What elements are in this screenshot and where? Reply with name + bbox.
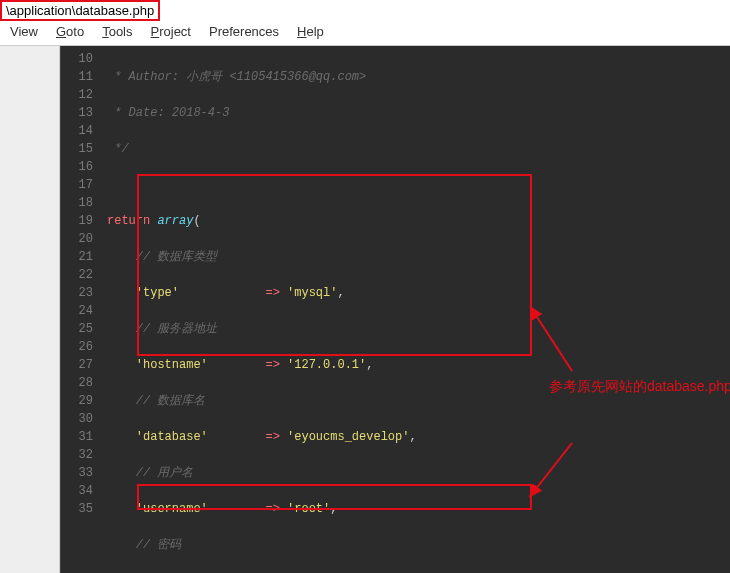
comment: */ <box>107 142 129 156</box>
key-type: 'type' <box>136 286 179 300</box>
comment: // 用户名 <box>107 466 193 480</box>
comment: // 服务器地址 <box>107 322 217 336</box>
sidebar <box>0 46 60 573</box>
keyword-return: return <box>107 214 150 228</box>
menu-project[interactable]: Project <box>151 24 191 39</box>
comment: // 数据库类型 <box>107 250 217 264</box>
menubar: View Goto Tools Project Preferences Help <box>0 18 730 45</box>
key-username: 'username' <box>136 502 208 516</box>
line-gutter: 101112 131415 161718 192021 222324 25262… <box>61 46 107 573</box>
window-title-path: \application\database.php <box>0 0 160 21</box>
val-username: 'root' <box>287 502 330 516</box>
annotation-text: 参考原先网站的database.php文件，对应修改这些地方成你空间的数据库连接… <box>549 376 730 396</box>
key-hostname: 'hostname' <box>136 358 208 372</box>
code-content[interactable]: * Author: 小虎哥 <1105415366@qq.com> * Date… <box>107 46 730 573</box>
fn-array: array <box>157 214 193 228</box>
menu-preferences[interactable]: Preferences <box>209 24 279 39</box>
editor-area: ◀ ▶ Index.php — wwwtest\.. Service.php f… <box>60 46 730 573</box>
code-pane: 101112 131415 161718 192021 222324 25262… <box>60 46 730 573</box>
menu-view[interactable]: View <box>10 24 38 39</box>
menu-goto[interactable]: Goto <box>56 24 84 39</box>
menu-tools[interactable]: Tools <box>102 24 132 39</box>
comment: // 密码 <box>107 538 181 552</box>
val-type: 'mysql' <box>287 286 337 300</box>
key-database: 'database' <box>136 430 208 444</box>
comment: // 数据库名 <box>107 394 205 408</box>
val-database: 'eyoucms_develop' <box>287 430 409 444</box>
menu-help[interactable]: Help <box>297 24 324 39</box>
workspace: ◀ ▶ Index.php — wwwtest\.. Service.php f… <box>0 45 730 573</box>
comment: * Author: 小虎哥 <1105415366@qq.com> <box>107 70 366 84</box>
val-hostname: '127.0.0.1' <box>287 358 366 372</box>
comment: * Date: 2018-4-3 <box>107 106 229 120</box>
